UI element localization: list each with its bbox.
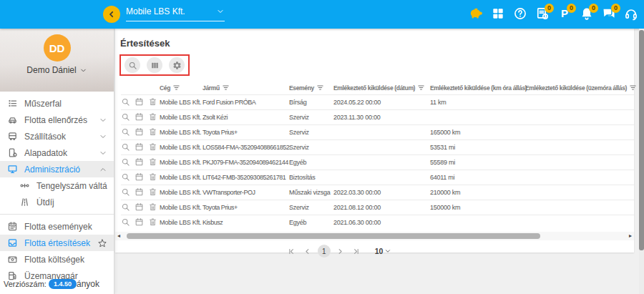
row-calendar-button[interactable] <box>135 187 145 198</box>
scroll-left-arrow[interactable]: ◂ <box>117 232 120 240</box>
search-button[interactable] <box>125 57 140 73</box>
columns-button[interactable] <box>147 57 162 73</box>
table-row[interactable]: Mobile LBS Kft.VWTransporter-POJMűszaki … <box>121 185 634 200</box>
sort-filter-icon[interactable] <box>417 84 425 92</box>
sidebar-item-adminisztracio[interactable]: Adminisztráció <box>0 161 114 177</box>
row-calendar-button[interactable] <box>135 142 145 153</box>
company-selector[interactable]: Mobile LBS Kft. <box>126 6 225 21</box>
horizontal-scrollbar[interactable]: ◂ ▸ <box>115 232 634 240</box>
table-row[interactable]: Mobile LBS Kft.Zsolt KéziSzerviz2023.11.… <box>121 109 634 124</box>
row-view-button[interactable] <box>121 202 132 213</box>
row-delete-button[interactable] <box>148 112 159 123</box>
cell-esemeny: Műszaki vizsga <box>289 189 333 196</box>
sidebar-item-utdij[interactable]: Útdíj <box>0 194 114 210</box>
vscrollbar-thumb[interactable] <box>639 30 644 250</box>
column-header-uzemora[interactable]: Emlékeztető kiküldése (üzemóra állás) <box>525 84 633 92</box>
table-row[interactable]: Mobile LBS Kft.Toyota Prius+Szerviz2021.… <box>121 200 634 215</box>
help-button[interactable] <box>512 6 527 22</box>
notifications-bell-button[interactable]: 0 <box>579 6 594 22</box>
row-delete-button[interactable] <box>148 142 159 153</box>
column-header-esemeny[interactable]: Esemény <box>289 84 333 92</box>
sidebar-item-szallitasok[interactable]: Szállítások <box>0 128 114 144</box>
search-icon <box>121 187 130 198</box>
scroll-right-arrow[interactable]: ▸ <box>629 232 632 240</box>
user-menu[interactable]: Demo Dániel <box>0 65 114 75</box>
cell-km-ora: 210000 km <box>430 189 525 196</box>
row-view-button[interactable] <box>121 172 132 183</box>
sort-filter-icon[interactable] <box>172 84 180 92</box>
sidebar-item-flotta-esemenyek[interactable]: Flotta események <box>0 218 114 235</box>
row-calendar-button[interactable] <box>135 202 145 213</box>
sidebar-item-alapadatok[interactable]: Alapadatok <box>0 144 114 161</box>
settings-button[interactable] <box>169 57 185 73</box>
support-headset-icon <box>624 6 638 21</box>
sidebar-item-label: Adminisztráció <box>24 165 92 175</box>
sort-filter-icon[interactable] <box>629 84 637 92</box>
table-header-row: CégJárműEseményEmlékeztető kiküldése (dá… <box>121 81 634 94</box>
sort-filter-icon[interactable] <box>316 84 324 92</box>
next-page-button[interactable] <box>335 245 346 257</box>
row-view-button[interactable] <box>121 112 132 123</box>
row-view-button[interactable] <box>121 97 132 108</box>
row-calendar-button[interactable] <box>135 157 145 168</box>
table-row[interactable]: Mobile LBS Kft.PKJ079-FMA-35209408946214… <box>121 155 634 170</box>
column-header-jarmu[interactable]: Jármű <box>203 84 289 92</box>
first-page-button[interactable] <box>286 245 298 257</box>
sidebar-item-flotta-koltsegek[interactable]: Flotta költségek <box>0 251 114 268</box>
column-header-datum[interactable]: Emlékeztető kiküldése (dátum) <box>333 84 430 92</box>
star-icon[interactable] <box>97 238 107 248</box>
row-calendar-button[interactable] <box>135 172 145 183</box>
parking-button[interactable]: P0 <box>557 6 572 22</box>
chevron-down-icon <box>216 7 225 16</box>
column-header-ceg[interactable]: Cég <box>160 84 203 92</box>
toolbar-annotation-box <box>119 54 190 76</box>
row-delete-button[interactable] <box>148 157 159 168</box>
row-delete-button[interactable] <box>148 97 159 108</box>
avatar[interactable]: DD <box>44 34 71 62</box>
hscrollbar-thumb[interactable] <box>127 233 540 239</box>
cell-km-ora: 55589 mi <box>430 159 525 166</box>
row-view-button[interactable] <box>121 127 132 138</box>
sort-filter-icon[interactable] <box>222 84 230 92</box>
row-calendar-button[interactable] <box>135 127 145 138</box>
table-row[interactable]: Mobile LBS Kft.Toyota Prius+Szerviz16500… <box>121 124 634 139</box>
sidebar-item-tengelyszam-valtas[interactable]: Tengelyszám váltás <box>0 177 114 194</box>
column-header-km-ora[interactable]: Emlékeztető kiküldése (km óra állás) <box>430 84 525 92</box>
row-view-button[interactable] <box>121 187 132 198</box>
piggy-bank-button[interactable] <box>468 6 483 22</box>
row-delete-button[interactable] <box>148 187 159 198</box>
reports-button[interactable]: 0 <box>535 6 550 22</box>
row-view-button[interactable] <box>121 217 132 228</box>
axle-icon <box>19 180 30 191</box>
last-page-button[interactable] <box>351 245 362 257</box>
prev-page-button[interactable] <box>302 245 313 257</box>
cell-ceg: Mobile LBS Kft. <box>160 189 203 196</box>
hscrollbar-track[interactable] <box>122 233 627 239</box>
topbar-icon-group: 0P000 <box>468 0 638 29</box>
calendar-icon <box>135 97 144 108</box>
table-row[interactable]: Mobile LBS Kft.LIT642-FMB-35209308526178… <box>121 170 634 185</box>
row-delete-button[interactable] <box>148 217 159 228</box>
version-badge[interactable]: 1.4.50 <box>49 279 77 289</box>
apps-grid-button[interactable] <box>490 6 505 22</box>
row-delete-button[interactable] <box>148 172 159 183</box>
sidebar-item-flotta-ertesitesek[interactable]: Flotta értesítések <box>0 235 114 251</box>
vertical-scrollbar[interactable] <box>639 29 644 294</box>
row-view-button[interactable] <box>121 157 132 168</box>
current-page[interactable]: 1 <box>318 245 331 258</box>
row-delete-button[interactable] <box>148 202 159 213</box>
row-view-button[interactable] <box>121 142 132 153</box>
table-row[interactable]: Mobile LBS Kft.LOS584-FMA-35209408866185… <box>121 139 634 155</box>
table-row[interactable]: Mobile LBS Kft.Ford Fusion PRÓBABírság20… <box>121 94 634 109</box>
sidebar-item-muszerfal[interactable]: Műszerfal <box>0 95 114 112</box>
back-button[interactable] <box>103 6 120 23</box>
table-row[interactable]: Mobile LBS Kft.KisbuszEgyéb2021.06.30 00… <box>121 215 634 230</box>
row-calendar-button[interactable] <box>135 112 145 123</box>
support-headset-button[interactable] <box>623 6 638 22</box>
messages-button[interactable]: 0 <box>601 6 616 22</box>
row-delete-button[interactable] <box>148 127 159 138</box>
row-calendar-button[interactable] <box>135 217 145 228</box>
sidebar-item-flotta-ellenorzes[interactable]: Flotta ellenőrzés <box>0 112 114 128</box>
row-calendar-button[interactable] <box>135 97 145 108</box>
page-size-selector[interactable]: 10 <box>375 247 392 255</box>
